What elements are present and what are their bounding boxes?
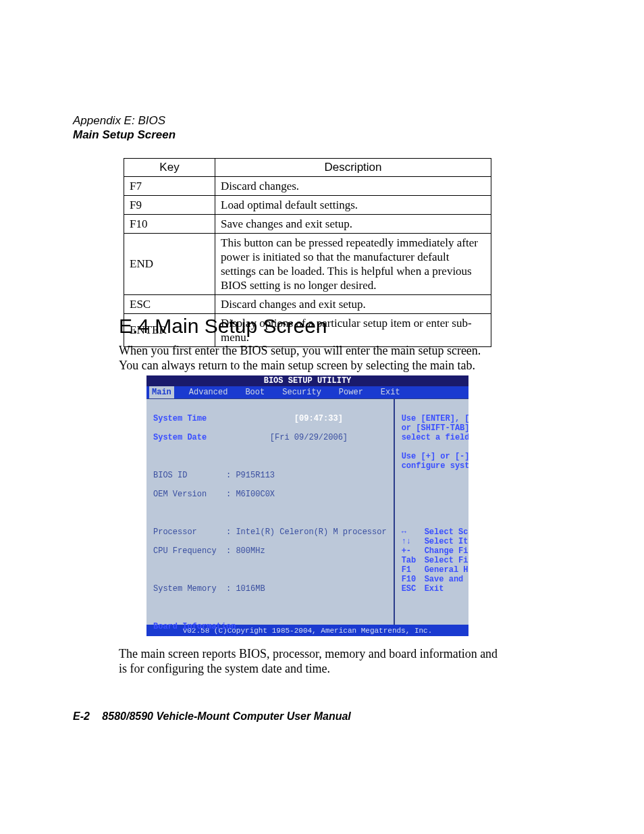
help-text-line: Use [+] or [-] to <box>402 452 468 461</box>
board-info-heading: Board Information <box>153 622 236 631</box>
document-title: 8580/8590 Vehicle-Mount Computer User Ma… <box>102 710 350 722</box>
cpu-frequency-value: 800MHz <box>236 546 265 556</box>
help-key-icon: F10 <box>402 575 425 584</box>
help-key-desc: Change Field <box>425 546 468 556</box>
oem-version-label: OEM Version : <box>153 490 231 499</box>
help-key-desc: Select Screen <box>425 527 468 537</box>
bios-title-bar: BIOS SETUP UTILITY <box>146 375 468 386</box>
page-footer: E-2 8580/8590 Vehicle-Mount Computer Use… <box>73 710 351 723</box>
col-header-desc: Description <box>215 159 491 177</box>
system-time-label[interactable]: System Time <box>153 414 207 423</box>
bios-screenshot: BIOS SETUP UTILITY Main Advanced Boot Se… <box>146 375 468 636</box>
header-line-section: Main Setup Screen <box>73 128 176 142</box>
processor-value: Intel(R) Celeron(R) M processor <box>236 527 386 537</box>
help-key-desc: Exit <box>425 584 444 594</box>
bios-tab-exit[interactable]: Exit <box>378 386 403 398</box>
help-key-desc: Select Item <box>425 537 468 546</box>
help-key-icon: ↔ <box>402 527 425 537</box>
bios-tab-advanced[interactable]: Advanced <box>186 386 231 398</box>
help-key-icon: ↑↓ <box>402 537 425 546</box>
help-key-desc: Save and Exit <box>425 575 468 584</box>
desc-cell: Discard changes. <box>215 177 491 196</box>
bios-tab-boot[interactable]: Boot <box>242 386 267 398</box>
table-row: F9 Load optimal default settings. <box>124 196 491 215</box>
section-intro-para: When you first enter the BIOS setup, you… <box>119 343 497 373</box>
bios-tab-security[interactable]: Security <box>279 386 324 398</box>
bios-tab-power[interactable]: Power <box>336 386 366 398</box>
bios-main-panel: System Time [09:47:33] System Date [Fri … <box>146 399 395 625</box>
table-row: END This button can be pressed repeatedl… <box>124 234 491 295</box>
desc-cell: Load optimal default settings. <box>215 196 491 215</box>
cpu-frequency-label: CPU Frequency : <box>153 546 231 556</box>
help-key-icon: F1 <box>402 565 425 575</box>
help-text-line: Use [ENTER], [TAB] <box>402 414 468 423</box>
running-header: Appendix E: BIOS Main Setup Screen <box>73 113 176 142</box>
help-key-icon: ESC <box>402 584 425 594</box>
table-row: F10 Save changes and exit setup. <box>124 215 491 234</box>
key-cell: F9 <box>124 196 215 215</box>
col-header-key: Key <box>124 159 215 177</box>
bios-id-value: P915R113 <box>236 471 275 480</box>
oem-version-value: M6I00C0X <box>236 490 275 499</box>
help-text-line: configure system Time. <box>402 461 468 471</box>
help-text-line: select a field. <box>402 433 468 442</box>
bios-id-label: BIOS ID : <box>153 471 231 480</box>
processor-label: Processor : <box>153 527 231 537</box>
help-key-desc: General Help <box>425 565 468 575</box>
help-text-line: or [SHIFT-TAB] to <box>402 423 468 433</box>
key-cell: ESC <box>124 295 215 314</box>
system-date-value[interactable]: [Fri 09/29/2006] <box>270 433 348 442</box>
system-date-label[interactable]: System Date <box>153 433 207 442</box>
key-cell: F7 <box>124 177 215 196</box>
desc-cell: Save changes and exit setup. <box>215 215 491 234</box>
system-memory-label: System Memory : <box>153 584 231 594</box>
desc-cell: This button can be pressed repeatedly im… <box>215 234 491 295</box>
system-time-value[interactable]: [09:47:33] <box>294 414 343 423</box>
bios-body: System Time [09:47:33] System Date [Fri … <box>146 398 468 625</box>
bios-tab-main[interactable]: Main <box>149 386 174 398</box>
bios-tab-bar: Main Advanced Boot Security Power Exit <box>146 386 468 398</box>
key-cell: END <box>124 234 215 295</box>
section-post-para: The main screen reports BIOS, processor,… <box>119 646 504 676</box>
desc-cell: Discard changes and exit setup. <box>215 295 491 314</box>
key-cell: F10 <box>124 215 215 234</box>
section-heading: E.4 Main Setup Screen <box>119 315 327 338</box>
document-page: Appendix E: BIOS Main Setup Screen Key D… <box>0 0 644 834</box>
table-row: ESC Discard changes and exit setup. <box>124 295 491 314</box>
help-key-desc: Select Field <box>425 556 468 565</box>
help-key-icon: Tab <box>402 556 425 565</box>
table-header-row: Key Description <box>124 159 491 177</box>
table-row: F7 Discard changes. <box>124 177 491 196</box>
help-key-icon: +- <box>402 546 425 556</box>
bios-help-panel: Use [ENTER], [TAB] or [SHIFT-TAB] to sel… <box>395 399 468 625</box>
header-line-appendix: Appendix E: BIOS <box>73 113 176 128</box>
page-number: E-2 <box>73 710 90 722</box>
system-memory-value: 1016MB <box>236 584 265 594</box>
help-key-grid: ↔Select Screen ↑↓Select Item +-Change Fi… <box>402 518 468 594</box>
